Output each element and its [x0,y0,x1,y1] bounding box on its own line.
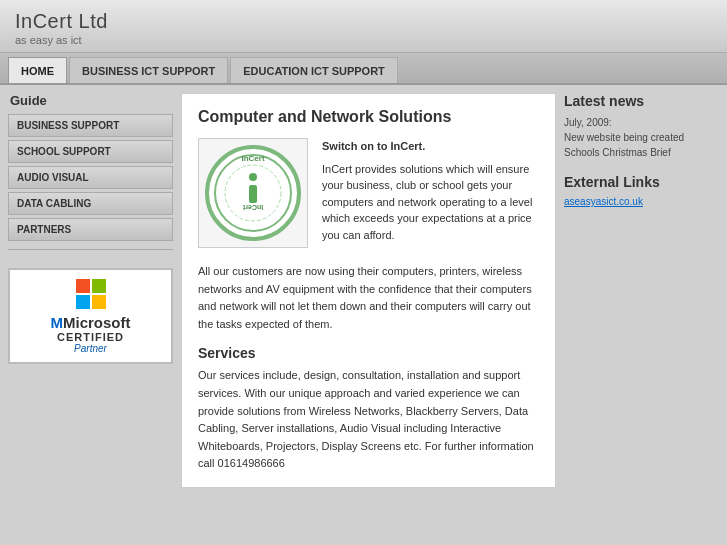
full-text: All our customers are now using their co… [198,263,539,333]
site-header: InCert Ltd as easy as ict [0,0,727,53]
microsoft-certified-text: CERTIFIED [18,331,163,343]
microsoft-partner-text: Partner [18,343,163,354]
sidebar-btn-partners[interactable]: PARTNERS [8,218,173,241]
services-text: Our services include, design, consultati… [198,367,539,473]
svg-rect-8 [249,185,257,203]
svg-rect-2 [76,295,90,309]
content-intro-section: InCert InCert Switch on to InCert. InCer… [198,138,539,249]
sidebar: Guide BUSINESS SUPPORT SCHOOL SUPPORT AU… [8,93,173,488]
sidebar-divider [8,249,173,250]
external-links-title: External Links [564,174,719,190]
navbar: HOME BUSINESS ICT SUPPORT EDUCATION ICT … [0,53,727,85]
news-content: July, 2009: New website being created Sc… [564,115,719,160]
spacer [8,258,173,262]
external-link[interactable]: aseasyasict.co.uk [564,196,719,207]
site-title: InCert Ltd [15,10,712,33]
microsoft-brand-text: MMicrosoft [18,314,163,331]
nav-tab-business[interactable]: BUSINESS ICT SUPPORT [69,57,228,83]
svg-rect-0 [76,279,90,293]
microsoft-logo-graphic [18,278,163,310]
sidebar-btn-business-support[interactable]: BUSINESS SUPPORT [8,114,173,137]
intro-para: InCert provides solutions which will ens… [322,161,539,244]
intro-text: Switch on to InCert. InCert provides sol… [322,138,539,249]
nav-tab-home[interactable]: HOME [8,57,67,83]
guide-label: Guide [8,93,173,108]
services-title: Services [198,345,539,361]
svg-text:InCert: InCert [241,154,264,163]
site-tagline: as easy as ict [15,34,712,46]
news-item-2: Schools Christmas Brief [564,147,671,158]
microsoft-cert-badge: MMicrosoft CERTIFIED Partner [8,268,173,364]
latest-news-title: Latest news [564,93,719,109]
main-layout: Guide BUSINESS SUPPORT SCHOOL SUPPORT AU… [0,85,727,496]
nav-tab-education[interactable]: EDUCATION ICT SUPPORT [230,57,398,83]
news-item-1: New website being created [564,132,684,143]
svg-rect-1 [92,279,106,293]
incert-logo: InCert InCert [203,143,303,243]
sidebar-btn-data-cabling[interactable]: DATA CABLING [8,192,173,215]
incert-logo-container: InCert InCert [198,138,308,248]
sidebar-btn-school-support[interactable]: SCHOOL SUPPORT [8,140,173,163]
switch-on-text: Switch on to InCert. [322,138,539,155]
svg-point-7 [249,173,257,181]
main-content: Computer and Network Solutions InCert In… [181,93,556,488]
content-title: Computer and Network Solutions [198,108,539,126]
svg-rect-3 [92,295,106,309]
right-panel: Latest news July, 2009: New website bein… [564,93,719,488]
microsoft-squares-icon [75,278,107,310]
svg-text:InCert: InCert [242,204,263,211]
news-date: July, 2009: [564,117,612,128]
sidebar-btn-audio-visual[interactable]: AUDIO VISUAL [8,166,173,189]
